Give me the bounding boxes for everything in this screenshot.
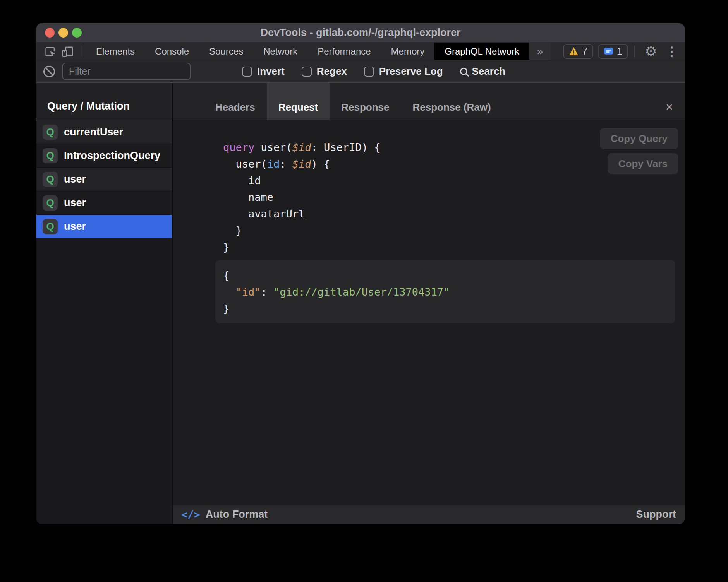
query-item-label: IntrospectionQuery [64, 150, 160, 162]
zoom-window-button[interactable] [72, 28, 82, 38]
query-item-label: user [64, 197, 86, 209]
query-list-item-user-3[interactable]: Quser [36, 191, 172, 215]
issues-badge[interactable]: 1 [598, 44, 628, 59]
warning-icon [569, 47, 579, 56]
query-type-badge: Q [43, 125, 58, 140]
toolbar-tab-performance[interactable]: Performance [307, 43, 381, 60]
toolbar-tab-console[interactable]: Console [145, 43, 199, 60]
query-list-sidebar: Query / Mutation QcurrentUserQIntrospect… [36, 83, 173, 524]
close-panel-icon[interactable]: × [654, 83, 685, 120]
invert-checkbox[interactable] [242, 67, 252, 77]
more-tabs-button[interactable]: » [529, 43, 551, 60]
close-window-button[interactable] [45, 28, 55, 38]
main-content: Query / Mutation QcurrentUserQIntrospect… [36, 83, 685, 524]
auto-format-button[interactable]: Auto Format [206, 508, 268, 520]
invert-checkbox-group: Invert [242, 65, 285, 77]
panel-footer: </> Auto Format Support [173, 505, 685, 524]
query-list-item-user-4[interactable]: Quser [36, 215, 172, 238]
device-toolbar-icon[interactable] [59, 43, 76, 60]
query-type-badge: Q [43, 219, 58, 234]
toolbar-tab-elements[interactable]: Elements [86, 43, 145, 60]
search-icon [460, 68, 467, 75]
preserve-log-label: Preserve Log [379, 65, 443, 77]
regex-checkbox[interactable] [302, 67, 312, 77]
sidebar-header: Query / Mutation [36, 83, 172, 120]
copy-vars-button[interactable]: Copy Vars [608, 153, 678, 174]
code-line: { [223, 267, 668, 284]
query-type-badge: Q [43, 148, 58, 163]
settings-gear-icon[interactable]: ⚙ [641, 43, 661, 60]
badges-divider [634, 46, 635, 57]
toolbar-spacer [551, 43, 563, 60]
toolbar-tab-network[interactable]: Network [253, 43, 307, 60]
preserve-log-checkbox[interactable] [364, 67, 374, 77]
code-brackets-icon: </> [181, 508, 200, 520]
variables-box: { "id": "gid://gitlab/User/13704317"} [215, 260, 675, 323]
query-type-badge: Q [43, 195, 58, 211]
code-line: name [223, 189, 685, 205]
request-code-area: query user($id: UserID) { user(id: $id) … [173, 120, 685, 505]
warning-count: 7 [582, 46, 587, 57]
issues-count: 1 [617, 46, 622, 57]
toolbar-tabs: ElementsConsoleSourcesNetworkPerformance… [86, 43, 529, 60]
search-button[interactable]: Search [460, 65, 506, 77]
query-item-label: user [64, 173, 86, 185]
query-item-label: user [64, 221, 86, 233]
devtools-window: DevTools - gitlab.com/-/graphql-explorer… [36, 23, 685, 524]
kebab-menu-icon[interactable]: ⋮ [665, 44, 678, 59]
toolbar-tab-memory[interactable]: Memory [381, 43, 435, 60]
filter-bar: Invert Regex Preserve Log Search [36, 60, 685, 83]
code-line: id [223, 172, 685, 189]
query-list-item-user-2[interactable]: Quser [36, 168, 172, 191]
panel-tab-headers[interactable]: Headers [204, 83, 267, 120]
query-list-item-currentuser-0[interactable]: QcurrentUser [36, 120, 172, 144]
clear-filter-icon[interactable] [43, 66, 55, 77]
minimize-window-button[interactable] [58, 28, 68, 38]
support-link[interactable]: Support [636, 508, 676, 520]
filter-input[interactable] [62, 63, 191, 80]
toolbar-badges: 7 1 ⚙ ⋮ [563, 43, 685, 60]
panel-tabs: HeadersRequestResponseResponse (Raw)× [173, 83, 685, 120]
code-line: avatarUrl [223, 205, 685, 222]
code-line: "id": "gid://gitlab/User/13704317" [223, 284, 668, 300]
request-panel: HeadersRequestResponseResponse (Raw)× qu… [173, 83, 685, 524]
panel-tab-response-raw[interactable]: Response (Raw) [401, 83, 502, 120]
title-bar: DevTools - gitlab.com/-/graphql-explorer [36, 23, 685, 43]
toolbar-tab-graphql-network[interactable]: GraphQL Network [434, 43, 529, 60]
panel-tab-request[interactable]: Request [267, 83, 330, 120]
code-line: } [223, 300, 668, 317]
copy-buttons: Copy Query Copy Vars [600, 128, 678, 174]
query-list: QcurrentUserQIntrospectionQueryQuserQuse… [36, 120, 172, 238]
code-line: } [223, 239, 685, 255]
copy-query-button[interactable]: Copy Query [600, 128, 678, 149]
query-type-badge: Q [43, 172, 58, 187]
devtools-toolbar: ElementsConsoleSourcesNetworkPerformance… [36, 43, 685, 60]
inspect-element-icon[interactable] [42, 43, 59, 60]
warnings-badge[interactable]: 7 [563, 44, 593, 59]
issues-icon [604, 47, 613, 56]
traffic-lights [45, 23, 82, 42]
panel-tab-response[interactable]: Response [330, 83, 401, 120]
preserve-log-checkbox-group: Preserve Log [364, 65, 443, 77]
regex-checkbox-group: Regex [302, 65, 347, 77]
toolbar-divider [81, 46, 81, 57]
query-list-item-introspectionquery-1[interactable]: QIntrospectionQuery [36, 144, 172, 168]
search-label: Search [472, 65, 506, 77]
regex-label: Regex [317, 65, 347, 77]
query-item-label: currentUser [64, 126, 123, 138]
window-title: DevTools - gitlab.com/-/graphql-explorer [260, 27, 460, 39]
toolbar-tab-sources[interactable]: Sources [199, 43, 253, 60]
code-line: } [223, 222, 685, 239]
invert-label: Invert [257, 65, 285, 77]
